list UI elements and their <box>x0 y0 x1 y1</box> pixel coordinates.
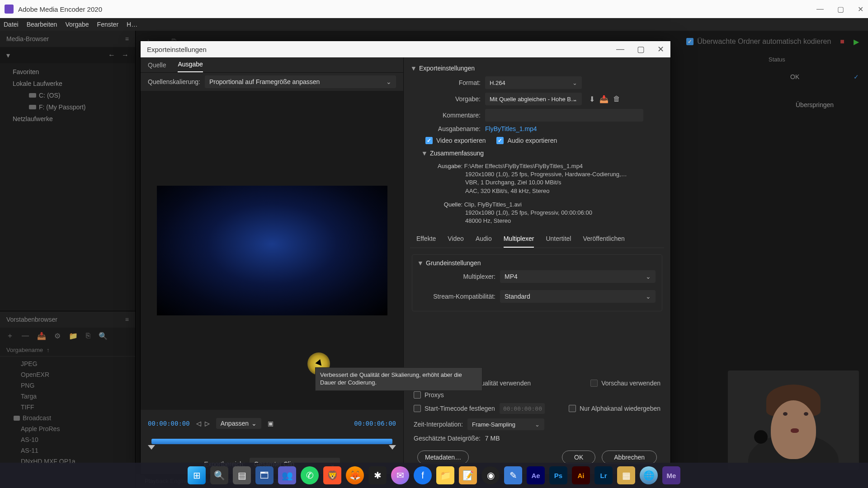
taskbar-misc-icon[interactable]: ▦ <box>617 466 635 484</box>
panel-menu-icon[interactable]: ≡ <box>125 35 129 42</box>
menu-window[interactable]: Fenster <box>97 21 118 28</box>
cancel-button[interactable]: Abbrechen <box>602 450 657 464</box>
interp-select[interactable]: Frame-Sampling <box>467 418 544 430</box>
basic-settings-title[interactable]: ▶Grundeinstellungen <box>419 259 656 267</box>
settings-preset-icon[interactable]: ⚙ <box>54 332 61 340</box>
auto-watch-checkbox[interactable]: Überwachte Ordner automatisch kodieren <box>686 38 831 46</box>
panel-menu-icon[interactable]: ≡ <box>125 316 129 323</box>
taskbar-taskview-icon[interactable]: ▤ <box>233 466 251 484</box>
tree-drive-f[interactable]: F: (My Passport) <box>0 101 135 113</box>
taskbar-obs-icon[interactable]: ◉ <box>481 466 500 484</box>
stop-queue-icon[interactable]: ■ <box>840 38 844 46</box>
preset-folder-broadcast[interactable]: Broadcast <box>0 413 135 423</box>
taskbar-brave-icon[interactable]: 🦁 <box>323 466 341 484</box>
preset-item[interactable]: TIFF <box>0 402 135 413</box>
tab-source[interactable]: Quelle <box>148 61 166 72</box>
taskbar-firefox-icon[interactable]: 🦊 <box>346 466 364 484</box>
preset-item[interactable]: PNG <box>0 380 135 391</box>
menu-help[interactable]: H… <box>127 21 137 28</box>
add-preset-icon[interactable]: ＋ <box>6 331 14 341</box>
maximize-icon[interactable]: ▢ <box>837 5 844 14</box>
taskbar-start-icon[interactable]: ⊞ <box>188 466 206 484</box>
taskbar-notepad-icon[interactable]: 📝 <box>459 466 477 484</box>
taskbar-photoshop-icon[interactable]: Ps <box>549 466 567 484</box>
nav-back-icon[interactable]: ← <box>108 51 115 59</box>
proxies-check[interactable]: Proxys <box>414 391 444 399</box>
timecode-end[interactable]: 00:00:06:00 <box>354 420 396 427</box>
menu-file[interactable]: Datei <box>4 21 19 28</box>
taskbar-illustrator-icon[interactable]: Ai <box>572 466 590 484</box>
tree-drive-c[interactable]: C: (OS) <box>0 89 135 101</box>
export-audio-check[interactable]: Audio exportieren <box>496 137 557 144</box>
taskbar-aftereffects-icon[interactable]: Ae <box>527 466 545 484</box>
tab-subtitles[interactable]: Untertitel <box>546 235 571 248</box>
tab-audio[interactable]: Audio <box>476 235 492 248</box>
use-preview-check[interactable]: Vorschau verwenden <box>590 380 660 387</box>
zoom-select[interactable]: Anpassen⌄ <box>216 418 261 429</box>
preset-item[interactable]: AS-10 <box>0 434 135 445</box>
output-name-link[interactable]: FlyByTitles_1.mp4 <box>485 125 537 132</box>
aspect-icon[interactable]: ▣ <box>268 420 274 427</box>
summary-section[interactable]: ▶Zusammenfassung <box>421 147 664 160</box>
stream-select[interactable]: Standard <box>500 290 656 303</box>
range-in-handle[interactable] <box>148 445 155 450</box>
start-queue-icon[interactable]: ▶ <box>854 38 859 46</box>
search-preset-icon[interactable]: 🔍 <box>99 332 108 340</box>
taskbar-search-icon[interactable]: 🔍 <box>210 466 228 484</box>
nav-fwd-icon[interactable]: → <box>122 51 129 59</box>
tab-publish[interactable]: Veröffentlichen <box>583 235 624 248</box>
import-preset-icon[interactable]: 📥 <box>599 95 609 103</box>
preset-item[interactable]: AS-11 <box>0 445 135 456</box>
range-out-handle[interactable] <box>389 445 396 450</box>
ok-button[interactable]: OK <box>562 450 595 464</box>
taskbar-app-icon[interactable]: ✱ <box>368 466 387 484</box>
preset-select[interactable]: Mit Quelle abgleichen - Hohe B… <box>485 93 582 105</box>
dialog-maximize-icon[interactable]: ▢ <box>637 44 645 54</box>
alpha-only-check[interactable]: Nur Alphakanal wiedergeben <box>569 405 660 412</box>
range-track[interactable] <box>151 439 392 444</box>
close-icon[interactable]: ✕ <box>858 5 863 14</box>
tab-multiplexer[interactable]: Multiplexer <box>504 235 534 248</box>
taskbar-facebook-icon[interactable]: f <box>414 466 432 484</box>
range-bar[interactable] <box>141 437 403 454</box>
format-select[interactable]: H.264 <box>485 76 582 89</box>
save-preset-icon[interactable]: ⬇ <box>589 95 595 103</box>
preset-item[interactable]: JPEG <box>0 358 135 369</box>
tab-video[interactable]: Video <box>448 235 464 248</box>
mux-select[interactable]: MP4 <box>500 270 656 283</box>
timecode-start[interactable]: 00:00:00:00 <box>148 420 190 427</box>
step-back-icon[interactable]: ◁ <box>196 420 201 427</box>
preset-col-name[interactable]: Vorgabename <box>6 347 43 353</box>
duplicate-preset-icon[interactable]: ⎘ <box>86 332 90 340</box>
scaling-select[interactable]: Proportional auf Framegröße anpassen <box>205 75 396 88</box>
remove-preset-icon[interactable]: — <box>22 332 29 340</box>
tab-output[interactable]: Ausgabe <box>178 61 203 72</box>
menu-preset[interactable]: Vorgabe <box>65 21 89 28</box>
set-timecode-check[interactable]: Start-Timecode festlegen <box>414 405 495 412</box>
preset-item[interactable]: OpenEXR <box>0 369 135 380</box>
menu-edit[interactable]: Bearbeiten <box>27 21 57 28</box>
dialog-close-icon[interactable]: ✕ <box>657 44 664 54</box>
taskbar-explorer-icon[interactable]: 🗔 <box>255 466 274 484</box>
taskbar-whatsapp-icon[interactable]: ✆ <box>301 466 319 484</box>
import-preset-icon[interactable]: 📥 <box>37 332 46 340</box>
sort-icon[interactable]: ↑ <box>47 347 50 353</box>
taskbar-messenger-icon[interactable]: ✉ <box>391 466 409 484</box>
filter-icon[interactable]: ▾ <box>6 51 10 60</box>
preset-item[interactable]: Targa <box>0 391 135 402</box>
tree-network-drives[interactable]: Netzlaufwerke <box>0 113 135 125</box>
taskbar-teams-icon[interactable]: 👥 <box>278 466 296 484</box>
taskbar-files-icon[interactable]: 📁 <box>436 466 454 484</box>
taskbar-editor-icon[interactable]: ✎ <box>504 466 522 484</box>
timecode-field[interactable]: 00:00:00:00 <box>500 403 545 414</box>
taskbar-browser-icon[interactable]: 🌐 <box>640 466 658 484</box>
tree-favorites[interactable]: Favoriten <box>0 66 135 78</box>
minimize-icon[interactable]: — <box>816 5 824 14</box>
comments-input[interactable] <box>485 109 643 122</box>
taskbar-mediaencoder-icon[interactable]: Me <box>662 466 680 484</box>
export-settings-section[interactable]: ▶Exporteinstellungen <box>410 62 664 75</box>
preset-item[interactable]: Apple ProRes <box>0 423 135 434</box>
dialog-minimize-icon[interactable]: — <box>616 44 624 54</box>
tab-effects[interactable]: Effekte <box>416 235 436 248</box>
delete-preset-icon[interactable]: 🗑 <box>613 95 620 103</box>
